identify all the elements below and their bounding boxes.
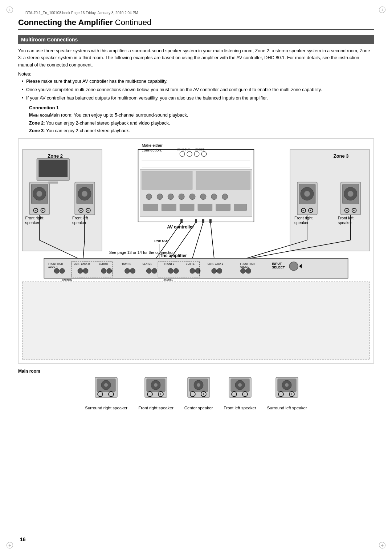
connection-line-3: Zone 3: You can enjoy 2-channel stereo p… (29, 127, 374, 134)
speaker-label-center: Center speaker (184, 405, 213, 411)
svg-text:AV controller: AV controller (167, 224, 194, 230)
speaker-icon-front-left: − + (228, 377, 252, 404)
svg-point-60 (173, 268, 179, 273)
svg-rect-31 (162, 204, 176, 210)
svg-point-107 (348, 191, 354, 197)
speaker-item-surround-left: − + Surround left speaker (267, 377, 307, 411)
speaker-item-center: − + Center speaker (184, 377, 213, 411)
svg-text:See page 13 or 14 for the conn: See page 13 or 14 for the connection. (109, 250, 176, 254)
corner-mark-bl (7, 542, 13, 548)
svg-point-54 (107, 268, 112, 273)
svg-point-57 (146, 268, 151, 273)
svg-point-56 (130, 268, 135, 273)
svg-point-59 (168, 268, 173, 273)
svg-rect-35 (234, 204, 247, 210)
svg-point-61 (190, 268, 195, 273)
svg-text:−: − (346, 208, 348, 212)
svg-point-29 (222, 194, 228, 199)
speaker-icon-center: − + (187, 377, 211, 404)
svg-text:FRONT HIGH: FRONT HIGH (48, 262, 63, 265)
svg-point-25 (179, 194, 184, 199)
svg-text:Front right: Front right (294, 216, 313, 220)
connection-line-1: Main roomMain room: You can enjoy up to … (29, 112, 374, 119)
svg-text:OUT: OUT (199, 148, 204, 150)
speaker-label-front-right: Front right speaker (138, 405, 173, 411)
speaker-icon-front-right: − + (144, 377, 168, 404)
svg-point-64 (217, 268, 222, 273)
svg-rect-134 (209, 219, 212, 223)
svg-text:+: + (310, 209, 311, 212)
svg-point-58 (152, 268, 157, 273)
svg-text:speaker: speaker (338, 220, 352, 225)
svg-line-128 (211, 222, 214, 258)
diagram-area: Zone 2 Zone 3 AV controller ZONE 2 OUT Z… (18, 138, 374, 364)
svg-text:−: − (148, 392, 151, 396)
svg-rect-115 (38, 159, 68, 177)
svg-text:connection.: connection. (142, 147, 162, 152)
svg-text:Make either: Make either (142, 143, 163, 147)
speaker-label-surround-left: Surround left speaker (267, 405, 307, 411)
svg-rect-32 (180, 204, 194, 210)
svg-text:CAUTION: CAUTION (163, 279, 173, 281)
svg-text:−: − (233, 392, 235, 396)
svg-text:−: − (99, 392, 101, 396)
svg-text:Front right: Front right (25, 216, 44, 220)
bottom-speakers-row: − + Surround right speaker − + (18, 377, 374, 411)
section-header: Multiroom Connections (18, 35, 374, 44)
svg-point-50 (60, 268, 65, 273)
svg-rect-36 (44, 258, 348, 278)
svg-point-140 (104, 383, 108, 387)
svg-text:speaker: speaker (25, 220, 40, 225)
svg-text:−: − (302, 208, 304, 212)
svg-rect-30 (143, 204, 158, 210)
svg-text:+: + (42, 209, 44, 212)
page-number: 16 (20, 536, 26, 542)
svg-text:/WIDE R: /WIDE R (48, 265, 57, 268)
svg-point-156 (197, 383, 200, 387)
svg-point-77 (36, 191, 42, 197)
svg-point-148 (154, 383, 158, 387)
svg-point-63 (212, 268, 217, 273)
svg-text:Front left: Front left (72, 216, 88, 220)
svg-text:−: − (80, 208, 82, 212)
svg-point-23 (157, 194, 163, 199)
page-title: Connecting the Amplifier Continued (18, 18, 374, 30)
svg-text:+: + (291, 392, 293, 396)
svg-text:speaker: speaker (294, 220, 309, 225)
bottom-speakers-section: Main room − + Surround right speaker (18, 369, 374, 411)
connection-title: Connection 1 (29, 105, 374, 110)
svg-text:PRE OUT: PRE OUT (154, 239, 169, 243)
svg-text:Front left: Front left (338, 216, 354, 220)
svg-text:/WIDE L: /WIDE L (240, 265, 249, 268)
svg-text:Zone 2: Zone 2 (48, 153, 63, 158)
svg-point-51 (78, 268, 83, 273)
svg-rect-20 (142, 171, 192, 189)
svg-text:+: + (203, 392, 204, 396)
svg-text:SELECT: SELECT (272, 265, 285, 269)
speaker-label-surround-right: Surround right speaker (85, 405, 127, 411)
speaker-item-front-left: − + Front left speaker (224, 377, 256, 411)
svg-text:FRONT HIGH: FRONT HIGH (240, 262, 255, 265)
svg-text:−: − (34, 208, 36, 212)
corner-mark-tl (7, 7, 13, 13)
page-outer: DTA-70.1_En_100108.book Page 16 Friday, … (0, 0, 392, 555)
bullet-list: Please make sure that your AV controller… (18, 78, 374, 101)
notes-label: Notes: (18, 72, 374, 77)
bullet-1: Please make sure that your AV controller… (22, 78, 374, 85)
connection-line-2: Zone 2: You can enjoy 2-channel stereo p… (29, 120, 374, 127)
svg-rect-116 (48, 181, 58, 183)
svg-point-65 (241, 268, 246, 273)
svg-text:CENTER: CENTER (142, 262, 152, 265)
svg-point-53 (101, 268, 106, 273)
svg-text:SURR R: SURR R (99, 262, 108, 265)
speaker-item-front-right: − + Front right speaker (138, 377, 173, 411)
svg-point-172 (285, 383, 289, 387)
svg-rect-33 (198, 204, 212, 210)
svg-text:+: + (160, 392, 162, 396)
svg-text:SURR BACK R: SURR BACK R (74, 262, 90, 265)
svg-line-127 (192, 222, 203, 258)
svg-rect-133 (202, 219, 204, 223)
svg-rect-131 (180, 219, 183, 223)
svg-point-28 (211, 194, 217, 199)
svg-text:FRONT R: FRONT R (121, 262, 131, 265)
